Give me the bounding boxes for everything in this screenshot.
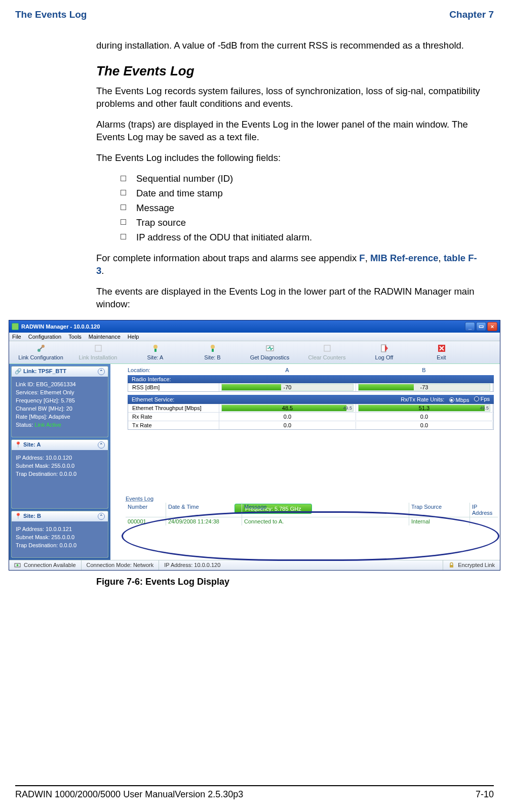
toolbar: Link Configuration Link Installation Sit… [9,341,500,364]
window-titlebar[interactable]: RADWIN Manager - 10.0.0.120 _ ▭ × [9,320,500,333]
sidebar-site-b-card: 📍 Site: B ⌃ IP Address: 10.0.0.121 Subne… [11,511,108,558]
sidebar-site-a-card: 📍 Site: A ⌃ IP Address: 10.0.0.120 Subne… [11,439,108,509]
svg-rect-2 [95,345,101,351]
log-off-button[interactable]: Log Off [358,343,411,360]
toolbar-label: Exit [437,354,446,360]
rx-rate-b: 0.0 [356,413,493,420]
field-item: Date and time stamp [136,188,223,198]
get-diagnostics-button[interactable]: Get Diagnostics [243,343,296,360]
events-col-ip[interactable]: IP Address [470,503,498,517]
clear-counters-button: Clear Counters [300,343,354,360]
sidebar-row: Services: Ethernet Only [16,389,104,395]
sidebar-site-b-header[interactable]: 📍 Site: B ⌃ [12,511,108,521]
para-4: For complete information about traps and… [96,252,485,277]
link-configuration-button[interactable]: Link Configuration [14,343,67,360]
status-mode: Connection Mode: Network [82,560,160,570]
svg-point-5 [211,345,215,349]
sidebar-row: IP Address: 10.0.0.120 [16,455,104,461]
event-trapsource: Internal [409,517,470,525]
link-config-icon [36,343,46,353]
app-icon [12,323,19,330]
menu-help[interactable]: Help [128,334,139,340]
svg-point-3 [153,345,158,349]
bullet-icon [121,190,126,195]
status-ip: IP Address: 10.0.0.120 [159,560,443,570]
rss-label: RSS [dBm] [128,383,219,391]
status-connection: Connection Available [9,560,82,570]
menu-tools[interactable]: Tools [68,334,82,340]
throughput-label: Ethernet Throughput [Mbps] [128,404,219,412]
sidebar-status: Status: Link Active [16,422,104,428]
column-b-header: B [356,367,492,373]
site-icon [150,343,161,353]
minimize-button[interactable]: _ [465,322,475,331]
events-col-datetime[interactable]: Date & Time [166,503,242,517]
events-log-title: Events Log [126,496,498,502]
svg-rect-8 [324,345,330,351]
events-log-header: Number Date & Time Message Trap Source I… [126,503,498,517]
events-log-row[interactable]: 000001 24/09/2008 11:24:38 Connected to … [126,517,498,525]
throughput-bar-a: 48.5 49.5 [221,404,354,412]
lock-icon [448,562,455,569]
field-item: IP address of the ODU that initiated ala… [136,232,312,242]
site-b-button[interactable]: Site: B [186,343,239,360]
sidebar-row: Frequency [GHz]: 5.785 [16,397,104,403]
para-1: The Events Log records system failures, … [96,85,485,110]
rss-value-a: -70 [284,384,292,390]
radio-interface-header: Radio Interface: [128,375,494,383]
rx-rate-label: Rx Rate [128,413,219,421]
close-button[interactable]: × [487,322,497,331]
field-item: Sequential number (ID) [136,173,233,184]
menu-configuration[interactable]: Configuration [28,334,61,340]
sidebar-site-a-header[interactable]: 📍 Site: A ⌃ [12,440,108,450]
menu-file[interactable]: File [12,334,21,340]
toolbar-label: Log Off [375,354,394,360]
sidebar-row: Trap Destination: 0.0.0.0 [16,471,104,477]
intro-paragraph: during installation. A value of -5dB fro… [96,39,485,52]
bullet-icon [121,234,126,239]
radwin-manager-window: RADWIN Manager - 10.0.0.120 _ ▭ × File C… [9,320,500,571]
link-mib-reference[interactable]: MIB Ref-erence [370,253,439,263]
diagnostics-icon [265,343,275,353]
throughput-value-a: 48.5 [282,405,293,411]
exit-button[interactable]: Exit [415,343,468,360]
sidebar-row: Channel BW [MHz]: 20 [16,405,104,412]
running-head-right: Chapter 7 [449,9,494,20]
collapse-icon[interactable]: ⌃ [98,513,105,520]
site-icon: 📍 [15,513,22,519]
site-a-button[interactable]: Site: A [129,343,182,360]
toolbar-label: Link Configuration [18,354,63,360]
menu-maintenance[interactable]: Maintenance [89,334,121,340]
link-appendix-f[interactable]: F [359,253,365,263]
collapse-icon[interactable]: ⌃ [98,368,105,375]
running-head-left: The Events Log [15,9,87,20]
rss-bar-a: -70 [221,384,354,391]
field-item: Trap source [136,217,186,228]
events-col-trapsource[interactable]: Trap Source [409,503,470,517]
clear-counters-icon [322,343,332,353]
connection-icon [14,562,21,569]
tx-rate-a: 0.0 [219,422,356,429]
bullet-icon [121,205,126,210]
sidebar-row: Rate [Mbps]: Adaptive [16,414,104,420]
site-icon [208,343,218,353]
column-a-header: A [219,367,356,373]
toolbar-label: Site: A [147,354,164,360]
events-col-number[interactable]: Number [126,503,166,517]
maximize-button[interactable]: ▭ [476,322,486,331]
throughput-value-b: 51.3 [419,405,429,411]
events-col-message[interactable]: Message [242,503,409,517]
rate-units-fps[interactable]: Fps [474,396,490,402]
log-off-icon [379,343,389,353]
svg-rect-6 [212,349,214,352]
sidebar: 🔗 Link: TPSF_BTT ⌃ Link ID: EBG_20561334… [9,364,110,560]
site-icon: 📍 [15,441,22,448]
sidebar-row: Link ID: EBG_20561334 [16,381,104,387]
sidebar-row: Trap Destination: 0.0.0.0 [16,542,104,548]
location-label: Location: [128,367,219,373]
collapse-icon[interactable]: ⌃ [98,441,105,449]
sidebar-link-header[interactable]: 🔗 Link: TPSF_BTT ⌃ [12,367,108,377]
field-item: Message [136,202,174,213]
rate-units-mbps[interactable]: Mbps [449,397,469,403]
tx-rate-label: Tx Rate [128,421,219,429]
